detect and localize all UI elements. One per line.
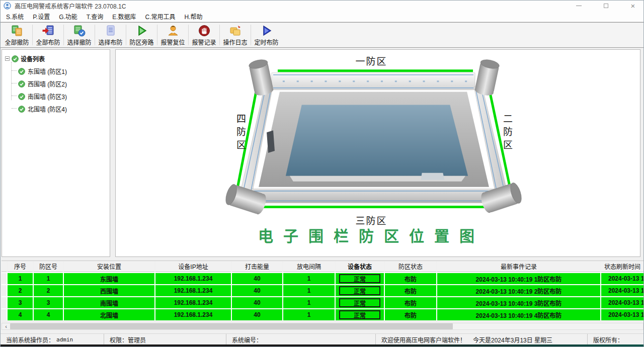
cell-zone-no[interactable]: 4 <box>34 309 63 320</box>
menu-settings[interactable]: P.设置 <box>28 11 54 22</box>
cell-latest-event[interactable]: 2024-03-13 10:40:19 4防区布防 <box>437 309 600 320</box>
arm-all-icon <box>42 24 55 37</box>
alarm-record-button[interactable]: 报警记录 <box>189 23 219 47</box>
cell-latest-event[interactable]: 2024-03-13 10:40:19 2防区布防 <box>437 285 600 296</box>
cell-zone-no[interactable]: 3 <box>34 297 63 308</box>
cell-zone-no[interactable]: 2 <box>34 285 63 296</box>
select-disarm-button[interactable]: 选择撤防 <box>64 23 95 47</box>
status-copyright: 版权所有： <box>588 334 643 345</box>
cell-interval[interactable]: 1 <box>283 297 335 308</box>
cell-energy[interactable]: 40 <box>232 285 282 296</box>
table-row[interactable]: 2 2 西围墙 192.168.1.234 40 1 正常 布防 2024-03… <box>2 285 643 296</box>
scrollbar-thumb[interactable] <box>10 323 453 329</box>
menu-common-tools[interactable]: C.常用工具 <box>141 11 180 22</box>
row-handle[interactable] <box>2 273 7 284</box>
disarm-all-button[interactable]: 全部撤防 <box>2 23 32 47</box>
cell-device-status[interactable]: 正常 <box>336 309 384 320</box>
menu-system[interactable]: S.系统 <box>2 11 28 22</box>
tree-item-label: 西围墙 (防区2) <box>28 79 67 88</box>
cell-device-status[interactable]: 正常 <box>336 285 384 296</box>
window-title: 高压电网警戒系统客户端软件 23.0708.1C <box>15 2 126 10</box>
table-row[interactable]: 1 1 东围墙 192.168.1.234 40 1 正常 布防 2024-03… <box>2 273 643 284</box>
cell-energy[interactable]: 40 <box>232 273 282 284</box>
cell-zone-status[interactable]: 布防 <box>385 309 436 320</box>
cell-ip[interactable]: 192.168.1.234 <box>155 309 231 320</box>
cell-energy[interactable]: 40 <box>232 297 282 308</box>
cell-seq[interactable]: 3 <box>8 297 33 308</box>
cell-device-status[interactable]: 正常 <box>336 273 384 284</box>
cell-seq[interactable]: 4 <box>8 309 33 320</box>
status-ok-icon <box>18 80 25 88</box>
cell-refresh-time[interactable]: 2024-03-13 10:40:1 <box>601 309 643 320</box>
tree-root-device-list[interactable]: 设备列表 <box>5 54 107 63</box>
menu-help[interactable]: H.帮助 <box>180 11 207 22</box>
alarm-reset-icon <box>167 24 180 37</box>
row-handle[interactable] <box>2 309 7 320</box>
operator-value: admin <box>56 336 73 343</box>
cell-latest-event[interactable]: 2024-03-13 10:40:19 1防区布防 <box>437 273 600 284</box>
menu-database[interactable]: E.数据库 <box>108 11 140 22</box>
toolbar-button-label: 全部撤防 <box>5 38 29 46</box>
status-ok-icon <box>18 106 25 113</box>
menu-query[interactable]: T.查询 <box>82 11 108 22</box>
arm-all-button[interactable]: 全部布防 <box>33 23 63 47</box>
cell-interval[interactable]: 1 <box>283 309 335 320</box>
table-row[interactable]: 3 3 南围墙 192.168.1.234 40 1 正常 布防 2024-03… <box>2 297 643 308</box>
col-energy: 打击能量 <box>232 261 282 272</box>
status-bar: 当前系统操作员： admin 权限： 管理员 系统编号： 欢迎使用高压电网客户端… <box>1 333 643 345</box>
col-interval: 放电间隔 <box>283 261 335 272</box>
cell-ip[interactable]: 192.168.1.234 <box>155 285 231 296</box>
zone-bypass-button[interactable]: 防区旁路 <box>126 23 157 47</box>
cell-seq[interactable]: 2 <box>8 285 33 296</box>
cell-zone-status[interactable]: 布防 <box>385 285 436 296</box>
cell-location[interactable]: 东围墙 <box>64 273 154 284</box>
table-horizontal-scrollbar[interactable]: ‹ <box>2 323 643 330</box>
cell-latest-event[interactable]: 2024-03-13 10:40:19 3防区布防 <box>437 297 600 308</box>
toolbar-button-label: 选择撤防 <box>67 38 91 46</box>
tree-item-south-wall[interactable]: 南围墙 (防区3) <box>18 92 107 101</box>
disarm-all-icon <box>11 24 24 37</box>
scroll-left-arrow-icon[interactable]: ‹ <box>2 323 10 329</box>
table-row[interactable]: 4 4 北围墙 192.168.1.234 40 1 正常 布防 2024-03… <box>2 309 643 320</box>
cell-refresh-time[interactable]: 2024-03-13 10:40:1 <box>601 273 643 284</box>
menu-functions[interactable]: G.功能 <box>54 11 82 22</box>
timed-arm-button[interactable]: 定时布防 <box>251 23 282 47</box>
cell-device-status[interactable]: 正常 <box>336 297 384 308</box>
row-handle[interactable] <box>2 285 7 296</box>
cell-location[interactable]: 西围墙 <box>64 285 154 296</box>
select-disarm-icon <box>73 24 86 37</box>
cell-zone-status[interactable]: 布防 <box>385 273 436 284</box>
operation-log-button[interactable]: 操作日志 <box>220 23 251 47</box>
close-button[interactable]: × <box>626 1 639 11</box>
cell-interval[interactable]: 1 <box>283 273 335 284</box>
cell-location[interactable]: 北围墙 <box>64 309 154 320</box>
cell-refresh-time[interactable]: 2024-03-13 10:40:1 <box>601 297 643 308</box>
cell-refresh-time[interactable]: 2024-03-13 10:40:1 <box>601 285 643 296</box>
operator-label: 当前系统操作员： <box>6 335 54 344</box>
select-arm-button[interactable]: 选择布防 <box>95 23 126 47</box>
col-zone-status: 防区状态 <box>385 261 436 272</box>
app-window: 高压电网警戒系统客户端软件 23.0708.1C × S.系统 P.设置 G.功… <box>0 0 644 347</box>
maximize-button[interactable] <box>599 1 612 11</box>
toolbar-button-label: 报警复位 <box>160 38 185 46</box>
minimize-button[interactable] <box>572 1 585 11</box>
cell-ip[interactable]: 192.168.1.234 <box>155 273 231 284</box>
cell-interval[interactable]: 1 <box>283 285 335 296</box>
cell-ip[interactable]: 192.168.1.234 <box>155 297 231 308</box>
tree-collapse-icon[interactable] <box>5 56 10 61</box>
wall-top <box>272 73 475 90</box>
tree-item-north-wall[interactable]: 北围墙 (防区4) <box>18 105 107 113</box>
cell-zone-no[interactable]: 1 <box>34 273 63 284</box>
cell-location[interactable]: 南围墙 <box>64 297 154 308</box>
cell-seq[interactable]: 1 <box>8 273 33 284</box>
cell-zone-status[interactable]: 布防 <box>385 297 436 308</box>
status-ok-icon <box>12 55 19 62</box>
tree-item-east-wall[interactable]: 东围墙 (防区1) <box>18 67 107 75</box>
tree-rail <box>11 62 12 100</box>
row-handle[interactable] <box>2 297 7 308</box>
tree-item-west-wall[interactable]: 西围墙 (防区2) <box>18 79 107 88</box>
bottom-edge-strip <box>1 344 643 346</box>
status-ok-icon <box>18 93 25 100</box>
cell-energy[interactable]: 40 <box>232 309 282 320</box>
alarm-reset-button[interactable]: 报警复位 <box>157 23 188 47</box>
